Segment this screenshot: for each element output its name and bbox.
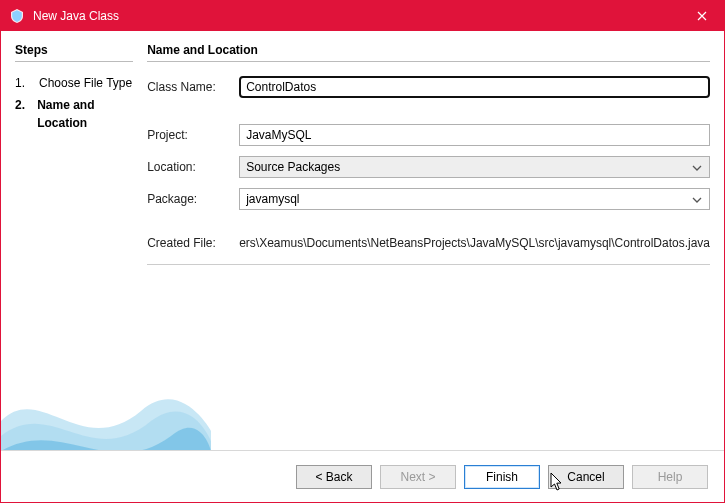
- package-label: Package:: [147, 192, 233, 206]
- class-name-row: Class Name:: [147, 76, 710, 98]
- titlebar: New Java Class: [1, 1, 724, 31]
- created-file-row: Created File: ers\Xeamus\Documents\NetBe…: [147, 236, 710, 250]
- class-name-label: Class Name:: [147, 80, 233, 94]
- finish-button[interactable]: Finish: [464, 465, 540, 489]
- app-icon: [9, 8, 25, 24]
- created-file-label: Created File:: [147, 236, 233, 250]
- package-combobox[interactable]: javamysql: [239, 188, 710, 210]
- package-row: Package: javamysql: [147, 188, 710, 210]
- location-row: Location: Source Packages: [147, 156, 710, 178]
- location-label: Location:: [147, 160, 233, 174]
- project-label: Project:: [147, 128, 233, 142]
- cancel-button[interactable]: Cancel: [548, 465, 624, 489]
- button-bar: < Back Next > Finish Cancel Help: [1, 450, 724, 502]
- project-row: Project:: [147, 124, 710, 146]
- back-button[interactable]: < Back: [296, 465, 372, 489]
- steps-panel: Steps 1. Choose File Type 2. Name and Lo…: [15, 43, 133, 451]
- form-panel: Name and Location Class Name: Project: L…: [147, 43, 710, 451]
- step-label: Choose File Type: [39, 74, 132, 92]
- step-number: 2.: [15, 96, 27, 132]
- chevron-down-icon: [689, 192, 705, 206]
- panel-heading: Name and Location: [147, 43, 710, 62]
- location-value: Source Packages: [246, 160, 340, 174]
- steps-list: 1. Choose File Type 2. Name and Location: [15, 72, 133, 134]
- steps-heading: Steps: [15, 43, 133, 62]
- project-field: [239, 124, 710, 146]
- location-select[interactable]: Source Packages: [239, 156, 710, 178]
- step-label: Name and Location: [37, 96, 133, 132]
- step-item: 1. Choose File Type: [15, 72, 133, 94]
- step-number: 1.: [15, 74, 29, 92]
- step-item: 2. Name and Location: [15, 94, 133, 134]
- help-button: Help: [632, 465, 708, 489]
- form-rows: Class Name: Project: Location: Source Pa…: [147, 76, 710, 250]
- window-title: New Java Class: [33, 9, 679, 23]
- section-divider: [147, 264, 710, 265]
- content-area: Steps 1. Choose File Type 2. Name and Lo…: [1, 31, 724, 451]
- class-name-input[interactable]: [239, 76, 710, 98]
- chevron-down-icon: [689, 160, 705, 174]
- close-button[interactable]: [679, 1, 724, 31]
- package-value: javamysql: [246, 192, 299, 206]
- created-file-value: ers\Xeamus\Documents\NetBeansProjects\Ja…: [239, 236, 710, 250]
- next-button: Next >: [380, 465, 456, 489]
